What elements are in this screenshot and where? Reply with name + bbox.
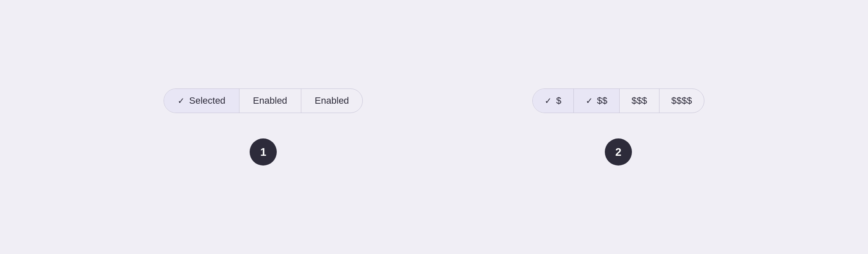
- badge-1: 1: [250, 138, 277, 166]
- segment-enabled-2[interactable]: Enabled: [301, 89, 363, 113]
- segment-dollar-3-label: $$$: [632, 95, 647, 106]
- check-icon-dollar-1: ✓: [545, 96, 552, 106]
- segment-dollar-3[interactable]: $$$: [619, 89, 659, 113]
- segmented-control-1: ✓ Selected Enabled Enabled: [164, 88, 363, 113]
- segment-dollar-2-label: $$: [597, 95, 607, 106]
- segment-enabled-2-label: Enabled: [315, 95, 349, 106]
- segment-selected-label: Selected: [189, 95, 225, 106]
- example-group-2: ✓ $ ✓ $$ $$$ $$$$ 2: [532, 88, 704, 166]
- check-icon-dollar-2: ✓: [586, 96, 593, 106]
- segment-dollar-1-label: $: [556, 95, 561, 106]
- segment-dollar-1[interactable]: ✓ $: [533, 89, 573, 113]
- check-icon-selected: ✓: [178, 96, 185, 106]
- main-container: ✓ Selected Enabled Enabled 1 ✓ $ ✓ $$: [164, 88, 704, 166]
- segment-selected[interactable]: ✓ Selected: [164, 89, 239, 113]
- segment-dollar-2[interactable]: ✓ $$: [573, 89, 619, 113]
- segment-dollar-4[interactable]: $$$$: [659, 89, 704, 113]
- segment-enabled-1-label: Enabled: [253, 95, 287, 106]
- segment-enabled-1[interactable]: Enabled: [239, 89, 301, 113]
- segmented-control-2: ✓ $ ✓ $$ $$$ $$$$: [532, 88, 704, 113]
- segment-dollar-4-label: $$$$: [671, 95, 692, 106]
- badge-2: 2: [605, 138, 632, 166]
- example-group-1: ✓ Selected Enabled Enabled 1: [164, 88, 363, 166]
